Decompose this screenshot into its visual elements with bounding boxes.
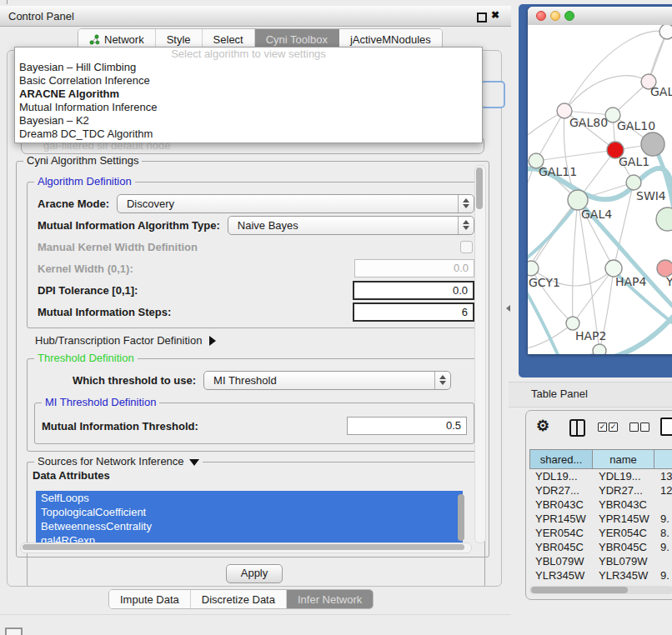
table-cell: 9. — [654, 512, 672, 526]
algorithm-option-dream8-dc-tdc-algorithm[interactable]: Dream8 DC_TDC Algorithm — [15, 128, 482, 141]
tab-impute-data[interactable]: Impute Data — [109, 590, 191, 608]
which-threshold-select[interactable]: MI Threshold — [203, 371, 451, 390]
network-node[interactable] — [657, 260, 672, 277]
network-window-titlebar[interactable] — [528, 7, 672, 26]
network-edge[interactable] — [536, 111, 564, 161]
window-zoom-icon[interactable] — [564, 11, 574, 21]
table-cell: 9. — [654, 540, 672, 554]
unchecked-checkbox-icon[interactable] — [640, 422, 649, 432]
hub-definition-toggle[interactable]: Hub/Transcription Factor Definition — [35, 334, 216, 347]
table-rows: YDL19...YDL19...13YDR27...YDR27...12YBR0… — [529, 469, 672, 586]
settings-horizontal-scrollbar[interactable] — [20, 542, 472, 553]
checked-checkbox-icon[interactable]: ✓ — [598, 422, 607, 432]
window-close-icon[interactable] — [536, 11, 546, 21]
table-panel-titlebar: Table Panel — [509, 382, 672, 408]
dpi-tolerance-input[interactable]: 0.0 — [353, 281, 474, 300]
top-divider-tick — [7, 0, 8, 4]
data-attributes-label: Data Attributes — [33, 469, 110, 482]
table-panel: ⚙ ✓ ✓ shared...nameA YDL19...YDL19...13Y… — [525, 410, 672, 600]
aracne-mode-select[interactable]: Discovery — [117, 194, 474, 213]
algorithm-definition-group: Algorithm Definition Aracne Mode: Discov… — [27, 182, 485, 328]
table-row[interactable]: YPR145WYPR145W9. — [529, 512, 672, 526]
table-row[interactable]: YDR27...YDR27...12 — [529, 483, 672, 498]
which-threshold-value: MI Threshold — [213, 374, 277, 387]
attribute-item-selfloops[interactable]: SelfLoops — [36, 491, 463, 505]
network-node[interactable] — [659, 25, 672, 39]
window-minimize-icon[interactable] — [550, 11, 560, 21]
mi-type-select[interactable]: Naive Bayes — [228, 216, 474, 235]
manual-kernel-checkbox[interactable] — [460, 241, 473, 253]
bottom-tabs: Impute DataDiscretize DataInfer Network — [108, 589, 374, 609]
tab-infer-network[interactable]: Infer Network — [287, 590, 373, 608]
network-node[interactable] — [528, 261, 539, 276]
attribute-item-betweennesscentrality[interactable]: BetweennessCentrality — [36, 519, 463, 533]
split-columns-icon[interactable] — [569, 419, 585, 437]
table-row[interactable]: YBR045CYBR045C9. — [529, 540, 672, 554]
attribute-item-topologicalcoefficient[interactable]: TopologicalCoefficient — [36, 505, 463, 519]
column-header-name[interactable]: name — [593, 449, 654, 469]
algorithm-option-bayesian-k2[interactable]: Bayesian – K2 — [15, 114, 482, 128]
dropdown-placeholder: Select algorithm to view settings — [15, 48, 482, 61]
algorithm-option-bayesian-hill-climbing[interactable]: Bayesian – Hill Climbing — [15, 61, 482, 74]
table-cell: YBR045C — [593, 540, 654, 554]
column-header-a[interactable]: A — [654, 449, 672, 469]
algorithm-option-mutual-information-inference[interactable]: Mutual Information Inference — [15, 101, 482, 114]
statusbar-box-fragment — [5, 628, 23, 635]
table-cell: YER054C — [593, 526, 654, 540]
network-edge-thick[interactable] — [528, 203, 578, 265]
mi-threshold-input[interactable]: 0.5 — [347, 417, 467, 435]
network-graph[interactable]: GALGAL80GAL10GAL1GAL11SWI4GAL4GCY1HAP4YH… — [528, 25, 672, 354]
float-panel-icon[interactable] — [477, 12, 487, 22]
network-node[interactable] — [605, 260, 622, 277]
network-node[interactable] — [566, 317, 579, 330]
settings-vertical-scrollbar[interactable] — [474, 165, 486, 543]
table-row[interactable]: YDL19...YDL19...13 — [529, 469, 672, 483]
scrollbar-thumb[interactable] — [476, 168, 483, 209]
algorithm-dropdown-list: Bayesian – Hill ClimbingBasic Correlatio… — [15, 61, 482, 141]
table-row[interactable]: YER054CYER054C8. — [529, 526, 672, 540]
network-node[interactable] — [626, 175, 641, 190]
attributes-scrollbar-thumb[interactable] — [458, 494, 464, 541]
network-node[interactable] — [593, 344, 606, 354]
network-view-frame[interactable]: GALGAL80GAL10GAL1GAL11SWI4GAL4GCY1HAP4YH… — [519, 4, 672, 378]
node-label: GAL80 — [569, 116, 608, 129]
network-edge[interactable] — [573, 268, 614, 323]
table-cell: 13 — [654, 469, 672, 483]
splitter-collapse-icon[interactable] — [506, 305, 510, 312]
close-panel-icon[interactable]: ✖ — [491, 9, 499, 21]
node-label: GAL11 — [539, 165, 577, 178]
network-node[interactable] — [656, 208, 672, 231]
settings-group-title: Cyni Algorithm Settings — [23, 155, 142, 167]
table-cell: YLR345W — [529, 568, 593, 582]
kernel-width-input[interactable]: 0.0 — [354, 259, 474, 278]
tab-discretize-data[interactable]: Discretize Data — [191, 590, 287, 608]
mi-steps-input[interactable]: 6 — [353, 302, 474, 322]
algorithm-option-basic-correlation-inference[interactable]: Basic Correlation Inference — [15, 74, 482, 88]
table-row[interactable]: YBL079WYBL079W — [529, 554, 672, 568]
algorithm-option-aracne-algorithm[interactable]: ARACNE Algorithm — [15, 88, 482, 101]
checked-checkbox-icon[interactable]: ✓ — [609, 422, 618, 432]
sources-group-title[interactable]: Sources for Network Inference — [34, 456, 203, 468]
network-canvas[interactable]: GALGAL80GAL10GAL1GAL11SWI4GAL4GCY1HAP4YH… — [528, 25, 672, 354]
network-node[interactable] — [641, 132, 664, 156]
node-table: shared...nameA YDL19...YDL19...13YDR27..… — [529, 449, 672, 599]
apply-button[interactable]: Apply — [226, 564, 283, 583]
table-row[interactable]: YBR043CYBR043C — [529, 498, 672, 512]
scrollbar-thumb[interactable] — [23, 544, 464, 550]
inference-algorithm-combo-fragment[interactable] — [480, 81, 505, 108]
table-horizontal-scrollbar[interactable] — [529, 586, 672, 594]
table-row[interactable]: YLR345WYLR345W9. — [529, 568, 672, 582]
document-icon[interactable] — [660, 418, 672, 436]
column-header-shared[interactable]: shared... — [529, 449, 593, 469]
network-edge[interactable] — [573, 200, 578, 323]
tab-label: Select — [213, 33, 243, 46]
mi-threshold-label: Mutual Information Threshold: — [42, 420, 198, 432]
gear-icon[interactable]: ⚙ — [536, 418, 549, 434]
unchecked-checkbox-icon[interactable] — [629, 422, 639, 432]
data-attributes-list[interactable]: SelfLoopsTopologicalCoefficientBetweenne… — [36, 491, 463, 549]
table-cell: YBL079W — [529, 554, 593, 568]
scrollbar-thumb[interactable] — [531, 587, 628, 593]
network-edge[interactable] — [536, 150, 615, 161]
node-label: GAL1 — [619, 155, 649, 168]
node-label: HAP4 — [615, 275, 647, 288]
